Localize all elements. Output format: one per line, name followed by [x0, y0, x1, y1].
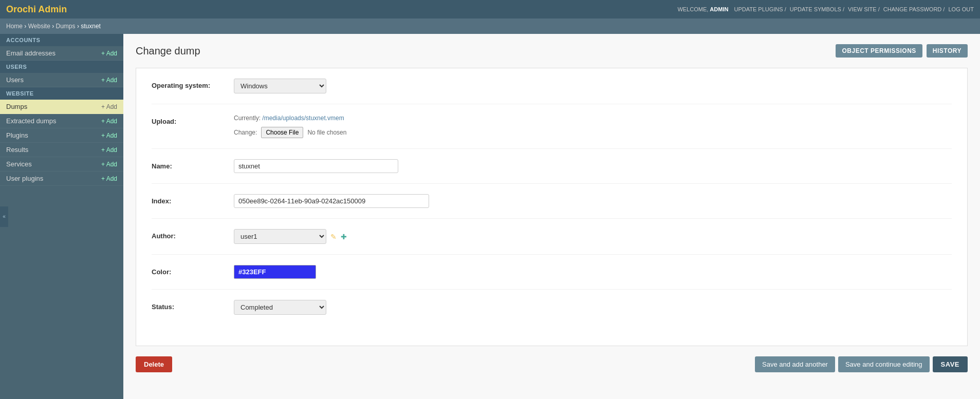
save-add-another-button[interactable]: Save and add another [755, 356, 835, 372]
sidebar-section-accounts: ACCOUNTS [0, 34, 123, 46]
index-input[interactable] [234, 194, 429, 208]
site-title[interactable]: Orochi Admin [6, 4, 67, 15]
nav-view-site[interactable]: VIEW SITE [848, 6, 877, 12]
form-container: Operating system: Windows Linux Mac Uplo… [136, 68, 968, 346]
username: ADMIN [710, 6, 728, 12]
breadcrumb-home[interactable]: Home [6, 23, 23, 30]
sidebar-item-results[interactable]: Results + Add [0, 143, 123, 157]
field-status: Completed Pending Processing Failed [234, 300, 952, 315]
upload-currently-label: Currently: [234, 115, 261, 122]
sidebar-item-users[interactable]: Users + Add [0, 73, 123, 87]
color-input[interactable] [234, 265, 316, 279]
author-row: user1 admin ✎ ✚ [234, 229, 952, 244]
main-content: Change dump OBJECT PERMISSIONS HISTORY O… [123, 34, 980, 399]
field-author: user1 admin ✎ ✚ [234, 229, 952, 244]
history-button[interactable]: HISTORY [927, 44, 968, 58]
sidebar-item-label: Plugins [6, 131, 28, 139]
label-author: Author: [152, 229, 234, 240]
nav-log-out[interactable]: LOG OUT [948, 6, 974, 12]
sidebar-add-dumps[interactable]: + Add [101, 103, 117, 110]
save-continue-button[interactable]: Save and continue editing [838, 356, 930, 372]
header-actions: OBJECT PERMISSIONS HISTORY [836, 44, 968, 58]
upload-change: Change: Choose File No file chosen [234, 127, 952, 138]
label-index: Index: [152, 194, 234, 205]
nav-change-password[interactable]: CHANGE PASSWORD [883, 6, 941, 12]
label-color: Color: [152, 265, 234, 276]
file-input-wrapper: Choose File [261, 127, 303, 138]
layout: ACCOUNTS Email addresses + Add USERS Use… [0, 34, 980, 399]
content-header: Change dump OBJECT PERMISSIONS HISTORY [136, 44, 968, 58]
save-actions: Save and add another Save and continue e… [755, 356, 968, 372]
form-actions: Delete Save and add another Save and con… [136, 356, 968, 372]
upload-change-label: Change: [234, 129, 257, 136]
form-row-upload: Upload: Currently: /media/uploads/stuxne… [152, 115, 952, 149]
nav-update-plugins[interactable]: UPDATE PLUGINS [734, 6, 783, 12]
label-upload: Upload: [152, 115, 234, 125]
header: Orochi Admin WELCOME, ADMIN UPDATE PLUGI… [0, 0, 980, 18]
sidebar-item-email-addresses[interactable]: Email addresses + Add [0, 46, 123, 61]
sidebar-item-label: Services [6, 160, 32, 168]
sidebar-item-dumps[interactable]: Dumps + Add [0, 100, 123, 114]
os-select[interactable]: Windows Linux Mac [234, 79, 326, 93]
field-upload: Currently: /media/uploads/stuxnet.vmem C… [234, 115, 952, 138]
name-input[interactable] [234, 159, 398, 173]
upload-current: Currently: /media/uploads/stuxnet.vmem [234, 115, 952, 122]
sidebar-section-users: USERS [0, 61, 123, 73]
sidebar: ACCOUNTS Email addresses + Add USERS Use… [0, 34, 123, 399]
field-os: Windows Linux Mac [234, 79, 952, 93]
add-author-icon[interactable]: ✚ [341, 233, 347, 241]
breadcrumb: Home › Website › Dumps › stuxnet [0, 18, 980, 34]
sidebar-add-plugins[interactable]: + Add [101, 132, 117, 139]
breadcrumb-sep2: › [52, 23, 56, 30]
user-nav: WELCOME, ADMIN UPDATE PLUGINS / UPDATE S… [675, 6, 974, 12]
form-row-name: Name: [152, 159, 952, 184]
field-name [234, 159, 952, 173]
upload-current-path[interactable]: /media/uploads/stuxnet.vmem [262, 115, 344, 122]
field-index [234, 194, 952, 208]
sidebar-item-label: Dumps [6, 103, 27, 110]
form-row-author: Author: user1 admin ✎ ✚ [152, 229, 952, 255]
status-select[interactable]: Completed Pending Processing Failed [234, 300, 326, 315]
sidebar-item-user-plugins[interactable]: User plugins + Add [0, 172, 123, 186]
file-chosen-label: No file chosen [307, 129, 346, 136]
welcome-text: WELCOME, [677, 6, 708, 12]
author-select[interactable]: user1 admin [234, 229, 326, 244]
form-row-index: Index: [152, 194, 952, 219]
form-row-color: Color: [152, 265, 952, 290]
delete-button[interactable]: Delete [136, 356, 172, 372]
breadcrumb-website[interactable]: Website [28, 23, 50, 30]
sidebar-add-services[interactable]: + Add [101, 161, 117, 168]
sidebar-item-label: Email addresses [6, 49, 56, 57]
sidebar-add-user-plugins[interactable]: + Add [101, 175, 117, 182]
breadcrumb-sep1: › [24, 23, 28, 30]
breadcrumb-current: stuxnet [81, 23, 101, 30]
page-title: Change dump [136, 45, 200, 57]
sidebar-add-email[interactable]: + Add [101, 50, 117, 57]
field-color [234, 265, 952, 279]
sidebar-item-extracted-dumps[interactable]: Extracted dumps + Add [0, 114, 123, 128]
sidebar-item-services[interactable]: Services + Add [0, 157, 123, 172]
sidebar-item-label: Extracted dumps [6, 117, 57, 125]
form-row-os: Operating system: Windows Linux Mac [152, 79, 952, 104]
sidebar-add-results[interactable]: + Add [101, 146, 117, 154]
sidebar-collapse-toggle[interactable]: « [0, 206, 8, 227]
sidebar-section-website: WEBSITE [0, 87, 123, 100]
sidebar-item-label: Users [6, 76, 24, 84]
form-row-status: Status: Completed Pending Processing Fai… [152, 300, 952, 325]
edit-author-icon[interactable]: ✎ [330, 233, 337, 241]
label-status: Status: [152, 300, 234, 311]
sidebar-item-label: Results [6, 146, 28, 154]
object-permissions-button[interactable]: OBJECT PERMISSIONS [836, 44, 922, 58]
breadcrumb-dumps[interactable]: Dumps [56, 23, 76, 30]
save-button[interactable]: SAVE [933, 356, 968, 372]
sidebar-item-plugins[interactable]: Plugins + Add [0, 128, 123, 143]
sidebar-add-users[interactable]: + Add [101, 77, 117, 84]
sidebar-item-label: User plugins [6, 175, 43, 182]
label-os: Operating system: [152, 79, 234, 89]
choose-file-button[interactable]: Choose File [261, 127, 303, 138]
sidebar-add-extracted[interactable]: + Add [101, 118, 117, 125]
nav-update-symbols[interactable]: UPDATE SYMBOLS [790, 6, 841, 12]
label-name: Name: [152, 159, 234, 170]
